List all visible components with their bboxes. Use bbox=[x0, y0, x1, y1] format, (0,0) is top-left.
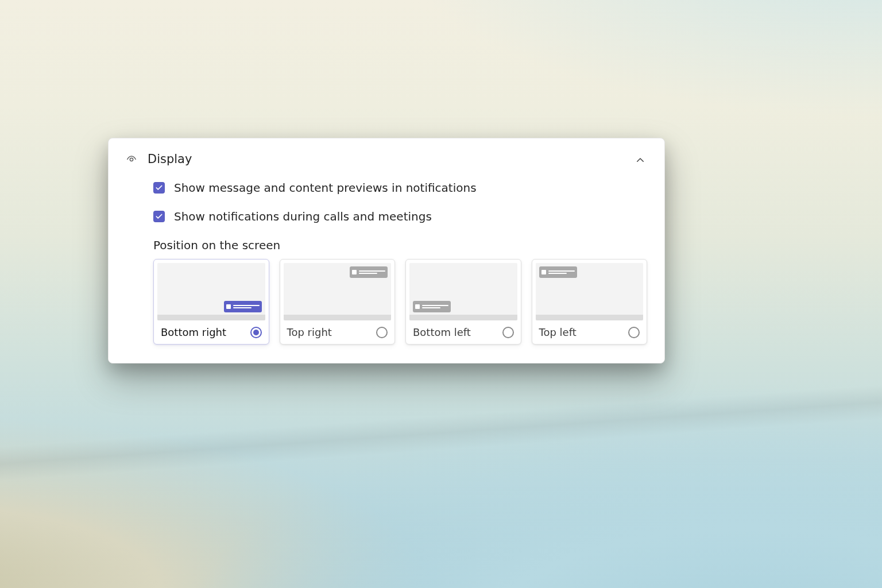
section-title: Display bbox=[148, 152, 192, 166]
option-label: Bottom right bbox=[161, 326, 226, 338]
radio-icon bbox=[502, 327, 514, 338]
position-option-bottom-right[interactable]: Bottom right bbox=[153, 259, 269, 345]
checkbox-show-during-calls[interactable]: Show notifications during calls and meet… bbox=[153, 210, 647, 223]
position-preview bbox=[284, 263, 392, 320]
position-preview bbox=[536, 263, 644, 320]
position-option-top-right[interactable]: Top right bbox=[280, 259, 396, 345]
position-option-top-left[interactable]: Top left bbox=[532, 259, 648, 345]
checkbox-label: Show message and content previews in not… bbox=[174, 181, 477, 195]
checkbox-show-previews[interactable]: Show message and content previews in not… bbox=[153, 181, 647, 195]
option-label: Bottom left bbox=[413, 326, 471, 338]
toast-icon bbox=[413, 301, 451, 312]
checkbox-icon bbox=[153, 211, 165, 222]
display-settings-panel: Display Show message and content preview… bbox=[108, 138, 665, 363]
radio-icon bbox=[628, 327, 640, 338]
display-icon bbox=[126, 153, 137, 165]
toast-icon bbox=[350, 266, 388, 278]
display-section-body: Show message and content previews in not… bbox=[126, 169, 647, 345]
chevron-up-icon[interactable] bbox=[633, 153, 647, 167]
toast-icon bbox=[224, 301, 262, 312]
option-label: Top left bbox=[539, 326, 577, 338]
svg-point-0 bbox=[130, 158, 133, 161]
position-options: Bottom right Top right bbox=[153, 259, 647, 345]
radio-selected-icon bbox=[250, 327, 262, 338]
display-section-header[interactable]: Display bbox=[126, 152, 647, 169]
radio-icon bbox=[376, 327, 388, 338]
checkbox-label: Show notifications during calls and meet… bbox=[174, 210, 432, 223]
position-label: Position on the screen bbox=[153, 238, 647, 252]
position-preview bbox=[157, 263, 265, 320]
toast-icon bbox=[539, 266, 577, 278]
position-preview bbox=[409, 263, 517, 320]
wallpaper-wave bbox=[0, 385, 882, 481]
checkbox-icon bbox=[153, 182, 165, 194]
option-label: Top right bbox=[287, 326, 332, 338]
position-option-bottom-left[interactable]: Bottom left bbox=[405, 259, 521, 345]
